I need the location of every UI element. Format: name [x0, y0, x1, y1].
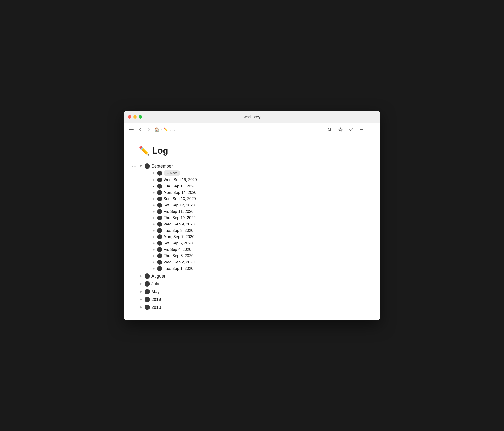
svg-line-4: [330, 130, 332, 131]
collapse-arrow-sep9[interactable]: [151, 222, 156, 226]
new-button[interactable]: + New: [164, 170, 180, 176]
section-item-july: July: [139, 281, 365, 287]
svg-rect-5: [360, 128, 363, 128]
bullet-sep5: [157, 241, 162, 246]
check-icon[interactable]: [348, 126, 355, 133]
collapse-arrow-sep10[interactable]: [151, 216, 156, 220]
list-item-sep5: Sat, Sep 5, 2020: [151, 240, 365, 246]
page-icon: ✏️: [139, 146, 150, 156]
svg-rect-7: [360, 131, 363, 131]
bullet-sep15: [157, 184, 162, 189]
back-button[interactable]: [137, 126, 144, 133]
svg-rect-1: [129, 129, 134, 130]
collapse-arrow-sep5[interactable]: [151, 241, 156, 245]
svg-rect-9: [360, 129, 360, 130]
collapse-arrow-sep1[interactable]: [151, 266, 156, 271]
new-item: + New: [151, 169, 365, 177]
breadcrumb-separator: ›: [161, 128, 162, 131]
traffic-lights: [128, 115, 142, 119]
section-item-may: May: [139, 288, 365, 295]
collapse-arrow-2019[interactable]: [139, 297, 143, 302]
collapse-arrow-may[interactable]: [139, 290, 143, 294]
day-label-sep1: Tue, Sep 1, 2020: [164, 266, 193, 271]
bullet-august: [145, 273, 150, 279]
collapse-arrow-sep4[interactable]: [151, 247, 156, 252]
home-icon[interactable]: 🏠: [154, 127, 160, 132]
bullet-sep13: [157, 197, 162, 201]
day-label-sep15: Tue, Sep 15, 2020: [164, 184, 195, 188]
toolbar-left: 🏠 › ✏️ Log: [128, 126, 324, 133]
collapse-arrow-july[interactable]: [139, 282, 143, 286]
collapse-arrow-sep11[interactable]: [151, 209, 156, 214]
content-area: ✏️ Log September: [124, 136, 380, 320]
collapse-arrow-sep2[interactable]: [151, 260, 156, 264]
collapse-arrow-new[interactable]: [151, 171, 156, 175]
svg-marker-11: [153, 186, 154, 187]
breadcrumb: 🏠 › ✏️ Log: [154, 127, 175, 132]
collapse-arrow-sep13[interactable]: [151, 197, 156, 201]
bullet-sep9: [157, 222, 162, 227]
page-title: ✏️ Log: [139, 146, 365, 156]
day-label-sep11: Fri, Sep 11, 2020: [164, 209, 194, 214]
bullet-sep4: [157, 247, 162, 252]
app-window: WorkFlowy 🏠: [124, 111, 380, 320]
list-item-sep13: Sun, Sep 13, 2020: [151, 196, 365, 202]
day-label-sep16: Wed, Sep 16, 2020: [164, 178, 197, 182]
list-icon[interactable]: [359, 126, 365, 133]
collapse-arrow-august[interactable]: [139, 274, 143, 278]
collapse-arrow-september[interactable]: [139, 164, 143, 168]
list-item-sep3: Thu, Sep 3, 2020: [151, 253, 365, 259]
list-item-sep4: Fri, Sep 4, 2020: [151, 246, 365, 253]
close-button[interactable]: [128, 115, 131, 119]
svg-rect-0: [129, 128, 134, 128]
bullet-july: [145, 281, 150, 287]
bullet-2019: [145, 297, 150, 302]
bullet-sep11: [157, 209, 162, 214]
star-icon[interactable]: [337, 126, 344, 133]
collapse-arrow-sep8[interactable]: [151, 228, 156, 233]
menu-icon[interactable]: [128, 126, 135, 133]
collapse-arrow-2018[interactable]: [139, 305, 143, 309]
list-item-sep15: Tue, Sep 15, 2020: [151, 183, 365, 189]
section-september: September + New Wed, Sep 16: [139, 163, 365, 272]
list-item-sep7: Mon, Sep 7, 2020: [151, 234, 365, 240]
section-label-september: September: [151, 164, 173, 169]
bullet-sep7: [157, 234, 162, 239]
bullet-september: [145, 163, 150, 169]
day-label-sep13: Sun, Sep 13, 2020: [164, 197, 196, 201]
september-children: + New Wed, Sep 16, 2020 Tue, Sep: [151, 169, 365, 272]
collapse-arrow-sep7[interactable]: [151, 235, 156, 239]
day-label-sep5: Sat, Sep 5, 2020: [164, 241, 193, 245]
svg-rect-10: [360, 131, 360, 131]
section-item-2019: 2019: [139, 296, 365, 303]
day-label-sep14: Mon, Sep 14, 2020: [164, 190, 196, 195]
titlebar: WorkFlowy: [124, 111, 380, 123]
list-item-sep1: Tue, Sep 1, 2020: [151, 265, 365, 272]
bullet-new: [157, 171, 162, 176]
bullet-sep14: [157, 190, 162, 195]
search-icon[interactable]: [326, 126, 333, 133]
collapse-arrow-sep3[interactable]: [151, 254, 156, 258]
dots-menu-september[interactable]: [132, 166, 136, 167]
collapse-arrow-sep14[interactable]: [151, 190, 156, 195]
day-label-sep10: Thu, Sep 10, 2020: [164, 216, 196, 220]
toolbar: 🏠 › ✏️ Log: [124, 123, 380, 136]
breadcrumb-log-label: Log: [169, 127, 175, 131]
collapse-arrow-sep12[interactable]: [151, 203, 156, 207]
bullet-sep8: [157, 228, 162, 233]
bullet-sep12: [157, 203, 162, 208]
section-label-2019: 2019: [151, 297, 161, 302]
maximize-button[interactable]: [139, 115, 142, 119]
collapse-arrow-sep16[interactable]: [151, 178, 156, 182]
page-title-text: Log: [152, 146, 168, 156]
bullet-sep10: [157, 216, 162, 220]
more-icon[interactable]: ⋯: [369, 126, 376, 133]
breadcrumb-log[interactable]: ✏️ Log: [164, 127, 175, 132]
forward-button[interactable]: [145, 126, 152, 133]
collapse-arrow-sep15[interactable]: [151, 184, 156, 188]
bullet-sep2: [157, 260, 162, 265]
bullet-sep3: [157, 253, 162, 258]
list-item-sep2: Wed, Sep 2, 2020: [151, 259, 365, 265]
day-label-sep8: Tue, Sep 8, 2020: [164, 228, 193, 233]
minimize-button[interactable]: [133, 115, 137, 119]
